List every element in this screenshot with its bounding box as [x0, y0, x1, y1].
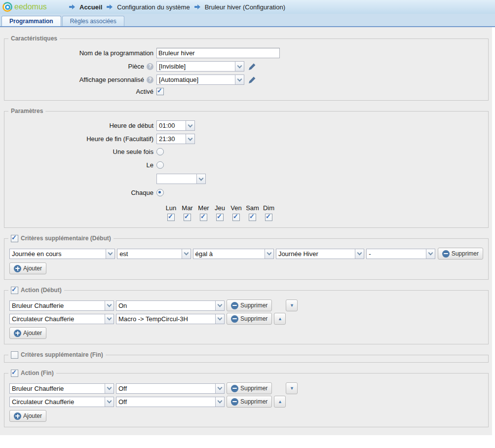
tab-regles-associees[interactable]: Règles associées: [62, 16, 124, 26]
custom-display-label: Affichage personnalisé: [79, 76, 144, 83]
criteres-fin-checkbox[interactable]: [11, 351, 18, 359]
section-criteres-debut: Critères supplémentaire (Début) Journée …: [4, 238, 489, 280]
action-value-select[interactable]: On: [116, 300, 225, 311]
help-icon[interactable]: ?: [147, 76, 153, 83]
chevron-down-icon: [182, 249, 190, 259]
chevron-down-icon: [186, 134, 194, 144]
plus-icon: [14, 330, 21, 337]
action-device-select[interactable]: Bruleur Chaufferie: [9, 300, 114, 311]
minus-icon: [231, 302, 238, 309]
tab-programmation[interactable]: Programmation: [1, 16, 61, 26]
chevron-down-icon: [215, 314, 224, 324]
programmation-name-input[interactable]: [156, 48, 280, 58]
action-value-select[interactable]: Macro -> TempCircul-3H: [116, 314, 225, 324]
chevron-down-icon: [105, 397, 114, 407]
day-checkbox-lun[interactable]: [167, 214, 175, 221]
criteria-verb-select[interactable]: est: [117, 249, 190, 259]
chevron-down-icon: [355, 249, 364, 259]
delete-action-button[interactable]: Supprimer: [227, 313, 272, 325]
section-action-fin-title: Action (Fin): [21, 370, 54, 377]
chevron-down-icon: [105, 301, 114, 310]
delete-action-button[interactable]: Supprimer: [227, 382, 272, 394]
move-down-button[interactable]: ▼: [286, 382, 298, 394]
day-checkbox-dim[interactable]: [265, 214, 272, 221]
breadcrumb: Accueil Configuration du système Bruleur…: [67, 3, 287, 11]
custom-display-select[interactable]: [Automatique]: [156, 75, 244, 85]
date-select[interactable]: [156, 174, 206, 184]
day-checkbox-mar[interactable]: [184, 214, 191, 221]
minus-icon: [442, 250, 450, 258]
plus-icon: [14, 265, 21, 272]
day-label-dim: Dim: [261, 204, 277, 212]
breadcrumb-current: Bruleur hiver (Configuration): [205, 3, 285, 11]
end-time-select[interactable]: 21:30: [156, 134, 195, 144]
day-label-jeu: Jeu: [212, 204, 228, 212]
edit-room-pencil-icon[interactable]: [248, 63, 256, 71]
section-caracteristiques-title: Caractéristiques: [11, 35, 57, 42]
eedomus-logo[interactable]: eedomus: [2, 2, 61, 12]
chevron-down-icon: [265, 249, 273, 259]
help-icon[interactable]: ?: [147, 63, 153, 70]
end-time-label: Heure de fin (Facultatif): [9, 135, 156, 143]
action-debut-checkbox[interactable]: [11, 287, 18, 294]
enabled-checkbox[interactable]: [156, 88, 164, 95]
on-date-radio[interactable]: [156, 161, 164, 169]
day-checkbox-sam[interactable]: [249, 214, 256, 221]
day-checkbox-ven[interactable]: [232, 214, 240, 221]
move-up-button[interactable]: ▲: [274, 396, 286, 408]
chevron-down-icon: [215, 397, 224, 407]
chevron-down-icon: [105, 384, 114, 393]
delete-criteria-button[interactable]: Supprimer: [438, 248, 483, 260]
breadcrumb-arrow-icon: [194, 4, 201, 10]
name-label: Nom de la programmation: [9, 49, 156, 57]
action-device-select[interactable]: Bruleur Chaufferie: [9, 383, 114, 394]
breadcrumb-config[interactable]: Configuration du système: [117, 3, 190, 11]
arrow-up-icon: ▲: [278, 399, 282, 404]
delete-action-button[interactable]: Supprimer: [227, 299, 272, 311]
section-parametres-title: Paramètres: [11, 108, 43, 115]
criteria-operator-select[interactable]: égal à: [193, 249, 274, 259]
delete-action-button[interactable]: Supprimer: [227, 396, 272, 408]
each-radio[interactable]: [156, 189, 164, 196]
action-value-select[interactable]: Off: [116, 397, 225, 407]
move-up-button[interactable]: ▲: [274, 313, 286, 325]
action-device-select[interactable]: Circulateur Chaufferie: [9, 314, 114, 324]
move-down-button[interactable]: ▼: [286, 299, 298, 311]
action-value-select[interactable]: Off: [116, 383, 225, 394]
section-criteres-fin-title: Critères supplémentaire (Fin): [21, 351, 103, 359]
action-row: Bruleur Chaufferie Off Supprimer ▼: [9, 382, 483, 394]
add-action-button[interactable]: Ajouter: [9, 327, 46, 339]
criteres-debut-checkbox[interactable]: [11, 235, 18, 242]
criteria-source-select[interactable]: Journée en cours: [9, 249, 115, 259]
once-label: Une seule fois: [9, 148, 156, 155]
add-criteria-button[interactable]: Ajouter: [9, 262, 46, 274]
day-label-sam: Sam: [244, 204, 261, 212]
chevron-down-icon: [215, 301, 224, 310]
day-label-mer: Mer: [195, 204, 212, 212]
action-fin-checkbox[interactable]: [11, 370, 18, 377]
enabled-label: Activé: [9, 88, 156, 95]
action-device-select[interactable]: Circulateur Chaufferie: [9, 397, 114, 407]
day-checkbox-mer[interactable]: [200, 214, 207, 221]
section-criteres-debut-title: Critères supplémentaire (Début): [21, 235, 111, 242]
breadcrumb-arrow-icon: [69, 4, 76, 10]
add-action-button[interactable]: Ajouter: [9, 410, 46, 422]
section-parametres: Paramètres Heure de début 01:00 Heure de…: [4, 111, 489, 228]
eedomus-logo-icon: [2, 2, 12, 12]
room-select[interactable]: [Invisible]: [156, 61, 244, 72]
each-label: Chaque: [9, 189, 156, 196]
once-radio[interactable]: [156, 148, 164, 155]
minus-icon: [231, 385, 238, 392]
criteria-value-select[interactable]: Journée Hiver: [276, 249, 364, 259]
arrow-down-icon: ▼: [290, 386, 294, 391]
criteria-extra-select[interactable]: -: [366, 249, 435, 259]
weekday-picker: Lun Mar Mer Jeu Ven Sam Dim: [163, 204, 483, 223]
chevron-down-icon: [196, 174, 205, 184]
day-checkbox-jeu[interactable]: [216, 214, 224, 221]
start-time-select[interactable]: 01:00: [156, 120, 195, 131]
section-action-fin: Action (Fin) Bruleur Chaufferie Off Supp…: [4, 373, 489, 427]
edit-display-pencil-icon[interactable]: [248, 76, 256, 84]
breadcrumb-home[interactable]: Accueil: [79, 3, 102, 11]
section-caracteristiques: Caractéristiques Nom de la programmation…: [4, 38, 489, 101]
section-action-debut: Action (Début) Bruleur Chaufferie On Sup…: [4, 290, 489, 344]
